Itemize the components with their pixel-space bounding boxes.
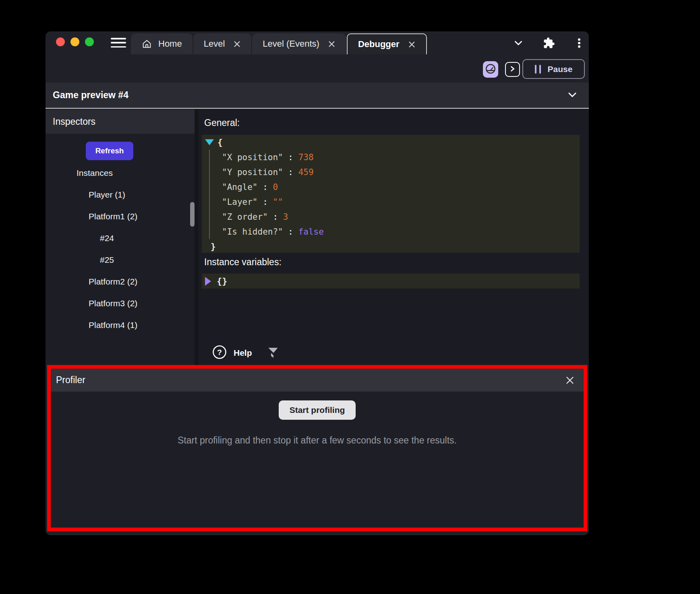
- pause-icon: [535, 65, 541, 74]
- tree-item-player-1[interactable]: Player (1): [46, 184, 195, 206]
- close-icon[interactable]: [408, 41, 416, 48]
- console-prompt-icon: [509, 65, 516, 74]
- inspectors-header: Inspectors: [46, 109, 195, 134]
- tab-label: Home: [158, 39, 182, 49]
- kebab-menu-icon[interactable]: [573, 37, 585, 51]
- json-property-separator: :: [258, 197, 273, 207]
- json-property-key: "Is hidden?": [222, 227, 283, 237]
- json-close-brace: }: [205, 239, 580, 253]
- gauge-icon: [485, 63, 496, 76]
- close-icon[interactable]: [233, 40, 241, 48]
- json-property-separator: :: [283, 153, 298, 162]
- profiler-title: Profiler: [56, 375, 85, 386]
- json-property-row: "Z order" : 3: [222, 209, 580, 224]
- tree-item-24[interactable]: #24: [46, 227, 195, 249]
- chevron-down-icon[interactable]: [566, 89, 578, 102]
- tab-level-events[interactable]: Level (Events): [252, 33, 346, 54]
- minimize-window-button[interactable]: [70, 37, 79, 46]
- json-properties: "X position" : 738"Y position" : 459"Ang…: [209, 150, 580, 239]
- sidebar-scrollbar-thumb[interactable]: [190, 202, 195, 227]
- app-window: HomeLevelLevel (Events)Debugger: [46, 31, 589, 535]
- chevron-down-icon[interactable]: [513, 38, 524, 50]
- tree-item-platform2-2[interactable]: Platform2 (2): [46, 271, 195, 293]
- tab-strip: HomeLevelLevel (Events)Debugger: [131, 33, 427, 54]
- tree-item-platform4-1[interactable]: Platform4 (1): [46, 314, 195, 336]
- pause-button[interactable]: Pause: [522, 59, 585, 79]
- tree-item-label: Player (1): [89, 190, 125, 200]
- json-property-key: "X position": [222, 153, 283, 162]
- home-icon: [141, 39, 152, 50]
- close-window-button[interactable]: [56, 37, 65, 46]
- game-preview-header[interactable]: Game preview #4: [46, 82, 589, 109]
- json-property-value: false: [298, 227, 324, 237]
- help-row: ? Help: [212, 344, 280, 361]
- tab-label: Level (Events): [263, 39, 319, 49]
- general-json-viewer: { "X position" : 738"Y position" : 459"A…: [202, 135, 580, 253]
- json-open-brace: {: [217, 138, 223, 147]
- start-profiling-button[interactable]: Start profiling: [279, 400, 356, 420]
- filter-off-icon[interactable]: [265, 346, 280, 360]
- tree-item-label: #24: [100, 233, 114, 243]
- tab-home[interactable]: Home: [131, 33, 193, 54]
- tree-item-platform3-2[interactable]: Platform3 (2): [46, 293, 195, 314]
- menu-hamburger-icon[interactable]: [111, 38, 126, 47]
- profiler-description: Start profiling and then stop it after a…: [51, 435, 584, 446]
- instance-variables-value: {}: [217, 276, 228, 286]
- tab-label: Debugger: [358, 39, 400, 50]
- tree-item-instances[interactable]: Instances: [46, 162, 195, 184]
- instances-tree: InstancesPlayer (1)Platform1 (2)#24#25Pl…: [46, 162, 195, 336]
- tab-level[interactable]: Level: [193, 33, 252, 54]
- question-circle-icon: ?: [212, 344, 227, 361]
- zoom-window-button[interactable]: [85, 37, 94, 46]
- inspectors-sidebar: Inspectors Refresh InstancesPlayer (1)Pl…: [46, 109, 195, 365]
- help-button[interactable]: ? Help: [212, 344, 252, 361]
- tab-debugger[interactable]: Debugger: [347, 33, 427, 54]
- tree-item-25[interactable]: #25: [46, 249, 195, 271]
- tree-item-label: Platform2 (2): [89, 277, 137, 287]
- json-property-key: "Layer": [222, 197, 258, 207]
- traffic-lights: [56, 37, 94, 46]
- close-icon[interactable]: [565, 375, 575, 385]
- tree-item-label: Platform1 (2): [89, 212, 137, 221]
- extensions-puzzle-icon[interactable]: [543, 37, 555, 51]
- json-property-value: 3: [283, 212, 288, 222]
- tab-label: Level: [204, 39, 225, 49]
- json-property-key: "Angle": [222, 182, 258, 192]
- tree-item-label: #25: [100, 255, 114, 265]
- instance-variables-viewer: {}: [202, 274, 580, 289]
- inspector-main-panel: General: { "X position" : 738"Y position…: [199, 109, 589, 365]
- general-section-label: General:: [204, 118, 240, 128]
- svg-text:?: ?: [217, 348, 222, 357]
- json-property-separator: :: [258, 182, 273, 192]
- debugger-content: Inspectors Refresh InstancesPlayer (1)Pl…: [46, 109, 589, 365]
- tree-item-label: Platform3 (2): [89, 299, 137, 308]
- help-button-label: Help: [234, 348, 252, 358]
- json-property-row: "Angle" : 0: [222, 179, 580, 194]
- json-property-row: "Layer" : "": [222, 194, 580, 209]
- json-property-separator: :: [283, 227, 298, 237]
- tree-item-platform1-2[interactable]: Platform1 (2): [46, 206, 195, 227]
- refresh-button[interactable]: Refresh: [86, 142, 133, 160]
- json-property-value: 738: [298, 153, 314, 162]
- json-property-value: 0: [273, 182, 278, 192]
- tree-item-label: Platform4 (1): [89, 320, 137, 330]
- json-property-key: "Z order": [222, 212, 268, 222]
- json-property-separator: :: [268, 212, 283, 222]
- tree-item-label: Instances: [77, 168, 113, 178]
- json-property-separator: :: [283, 167, 298, 177]
- profiler-header: Profiler: [51, 369, 584, 392]
- profiler-toggle-button[interactable]: [483, 61, 498, 78]
- json-property-value: 459: [298, 167, 314, 177]
- console-button[interactable]: [505, 62, 520, 77]
- json-property-row: "Is hidden?" : false: [222, 224, 580, 239]
- json-property-row: "Y position" : 459: [222, 165, 580, 179]
- json-property-value: "": [273, 197, 283, 207]
- game-preview-title: Game preview #4: [53, 90, 128, 101]
- pause-button-label: Pause: [548, 64, 573, 74]
- profiler-body: Start profiling Start profiling and then…: [51, 400, 584, 446]
- json-property-key: "Y position": [222, 167, 283, 177]
- collapse-arrow-icon[interactable]: [205, 139, 214, 145]
- profiler-panel: Profiler Start profiling Start profiling…: [47, 365, 587, 531]
- close-icon[interactable]: [328, 40, 336, 48]
- expand-arrow-icon[interactable]: [205, 277, 211, 286]
